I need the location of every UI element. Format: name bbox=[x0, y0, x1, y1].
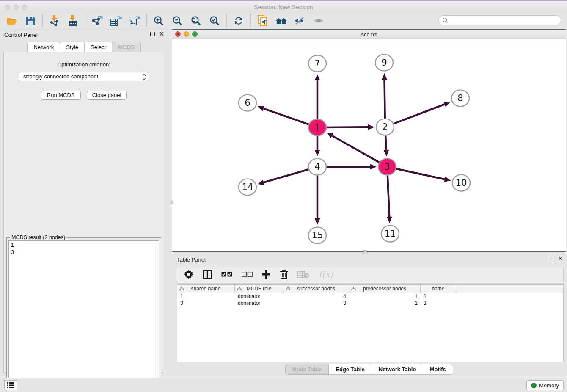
export-network-icon[interactable] bbox=[91, 15, 103, 27]
control-panel-title: Control Panel bbox=[4, 32, 38, 38]
memory-button[interactable]: Memory bbox=[526, 380, 564, 390]
window-resize-grip-left[interactable] bbox=[171, 201, 173, 204]
function-builder-icon: f(x) bbox=[319, 269, 333, 279]
zoom-fit-icon[interactable] bbox=[190, 15, 202, 27]
save-session-icon[interactable] bbox=[25, 15, 36, 27]
zoom-in-icon[interactable] bbox=[153, 15, 165, 27]
column-header-MCDS-role[interactable]: MCDS role bbox=[235, 285, 284, 293]
column-header-successor-nodes[interactable]: successor nodes bbox=[284, 285, 349, 293]
zoom-selected-icon[interactable] bbox=[209, 15, 220, 27]
network-canvas[interactable]: 7968124314101511 bbox=[172, 39, 566, 251]
select-all-columns-icon[interactable] bbox=[221, 272, 232, 277]
edge-3-1[interactable] bbox=[332, 136, 387, 167]
run-mcds-button[interactable]: Run MCDS bbox=[41, 91, 81, 100]
network-graph[interactable]: 7968124314101511 bbox=[172, 39, 566, 251]
criterion-dropdown[interactable]: strongly connected component bbox=[19, 72, 149, 81]
export-table-icon[interactable] bbox=[110, 15, 122, 27]
edge-arrowhead-2-3 bbox=[383, 150, 389, 156]
mcds-tab-content: Optimization criterion: strongly connect… bbox=[3, 51, 164, 373]
cell[interactable]: 1 bbox=[349, 293, 421, 300]
application-window: Session: New Session bbox=[0, 0, 567, 392]
export-image-icon[interactable] bbox=[129, 15, 140, 27]
tab-style[interactable]: Style bbox=[60, 42, 85, 52]
tab-select[interactable]: Select bbox=[84, 42, 112, 52]
float-table-panel-icon[interactable] bbox=[549, 257, 553, 261]
edge-arrowhead-1-4 bbox=[315, 150, 320, 156]
column-label: successor nodes bbox=[297, 286, 335, 292]
table-settings-icon[interactable] bbox=[184, 270, 193, 279]
hierarchy-icon bbox=[286, 287, 290, 291]
close-table-panel-icon[interactable]: ✕ bbox=[558, 257, 563, 261]
table-list-icon[interactable] bbox=[4, 380, 17, 390]
tab-motifs[interactable]: Motifs bbox=[423, 364, 453, 375]
cell[interactable]: 4 bbox=[284, 293, 349, 300]
add-column-icon[interactable] bbox=[262, 270, 270, 279]
duplicate-network-icon[interactable] bbox=[257, 15, 269, 27]
column-label: MCDS role bbox=[247, 286, 272, 292]
memory-status-icon bbox=[531, 383, 537, 388]
graph-node-label-6: 6 bbox=[245, 98, 250, 108]
column-header-filler bbox=[456, 285, 563, 293]
table-body: 1dominator4113dominator323 bbox=[177, 293, 563, 306]
first-neighbors-icon[interactable] bbox=[275, 15, 287, 27]
result-scrollbar[interactable] bbox=[155, 241, 159, 392]
control-panel-tabs: NetworkStyleSelectMCDS bbox=[0, 42, 168, 52]
network-title: scc.txt bbox=[172, 31, 566, 38]
delete-table-icon bbox=[297, 271, 309, 278]
memory-label: Memory bbox=[539, 382, 559, 389]
edge-arrowhead-4-15 bbox=[315, 218, 320, 225]
table-header-row: shared nameMCDS rolesuccessor nodesprede… bbox=[177, 285, 563, 293]
cell[interactable]: 1 bbox=[421, 293, 456, 300]
search-box[interactable] bbox=[438, 15, 561, 25]
node-table[interactable]: shared nameMCDS rolesuccessor nodesprede… bbox=[177, 284, 564, 362]
tab-network-table[interactable]: Network Table bbox=[372, 364, 423, 375]
network-window-titlebar[interactable]: ✕ − + scc.txt bbox=[172, 30, 566, 39]
search-icon bbox=[442, 17, 448, 23]
import-network-icon[interactable] bbox=[49, 15, 61, 27]
column-header-name[interactable]: name bbox=[421, 285, 456, 293]
window-resize-grip-bottom[interactable] bbox=[363, 250, 366, 253]
delete-column-icon[interactable] bbox=[280, 270, 288, 279]
network-view-window: ✕ − + scc.txt 7968124314101511 bbox=[172, 29, 566, 252]
open-file-icon[interactable] bbox=[6, 15, 18, 27]
cell[interactable]: dominator bbox=[235, 293, 284, 300]
graph-node-label-7: 7 bbox=[314, 58, 320, 69]
hide-selected-icon[interactable] bbox=[294, 15, 306, 27]
main-toolbar bbox=[0, 13, 567, 28]
cell[interactable]: 1 bbox=[177, 293, 235, 300]
column-view-icon[interactable] bbox=[203, 270, 212, 279]
float-panel-icon[interactable] bbox=[150, 32, 155, 36]
table-panel-tabs: Node TableEdge TableNetwork TableMotifs bbox=[172, 364, 566, 375]
graph-node-label-9: 9 bbox=[381, 58, 387, 68]
close-panel-button[interactable]: Close panel bbox=[87, 91, 127, 100]
column-header-shared-name[interactable]: shared name bbox=[177, 285, 235, 293]
column-label: shared name bbox=[191, 286, 220, 292]
cell[interactable]: 3 bbox=[421, 300, 456, 306]
tab-mcds[interactable]: MCDS bbox=[112, 42, 140, 52]
column-header-predecessor-nodes[interactable]: predecessor nodes bbox=[349, 285, 421, 293]
graph-node-label-8: 8 bbox=[457, 93, 463, 103]
mcds-result-list[interactable]: 1 3 bbox=[8, 240, 159, 392]
cell[interactable]: 3 bbox=[284, 300, 349, 306]
deselect-all-columns-icon[interactable] bbox=[242, 272, 253, 277]
cell[interactable]: 3 bbox=[177, 300, 235, 306]
close-panel-icon[interactable]: ✕ bbox=[159, 32, 164, 36]
tab-network[interactable]: Network bbox=[27, 42, 60, 52]
graph-node-label-4: 4 bbox=[314, 162, 320, 172]
import-table-icon[interactable] bbox=[67, 15, 79, 27]
app-title: Session: New Session bbox=[0, 4, 567, 11]
cell[interactable]: dominator bbox=[235, 300, 284, 306]
tab-node-table[interactable]: Node Table bbox=[285, 364, 329, 375]
table-row-2[interactable]: 3dominator323 bbox=[177, 300, 563, 306]
tab-edge-table[interactable]: Edge Table bbox=[328, 364, 372, 375]
edge-2-8[interactable] bbox=[385, 104, 445, 127]
graph-node-label-15: 15 bbox=[312, 230, 323, 240]
hierarchy-icon bbox=[351, 287, 356, 291]
edge-arrowhead-2-8 bbox=[443, 102, 450, 107]
table-row-1[interactable]: 1dominator411 bbox=[177, 293, 563, 300]
zoom-out-icon[interactable] bbox=[171, 15, 183, 27]
cell[interactable]: 2 bbox=[349, 300, 421, 306]
refresh-icon[interactable] bbox=[233, 15, 245, 27]
search-input[interactable] bbox=[448, 16, 561, 25]
column-label: predecessor nodes bbox=[363, 286, 406, 292]
